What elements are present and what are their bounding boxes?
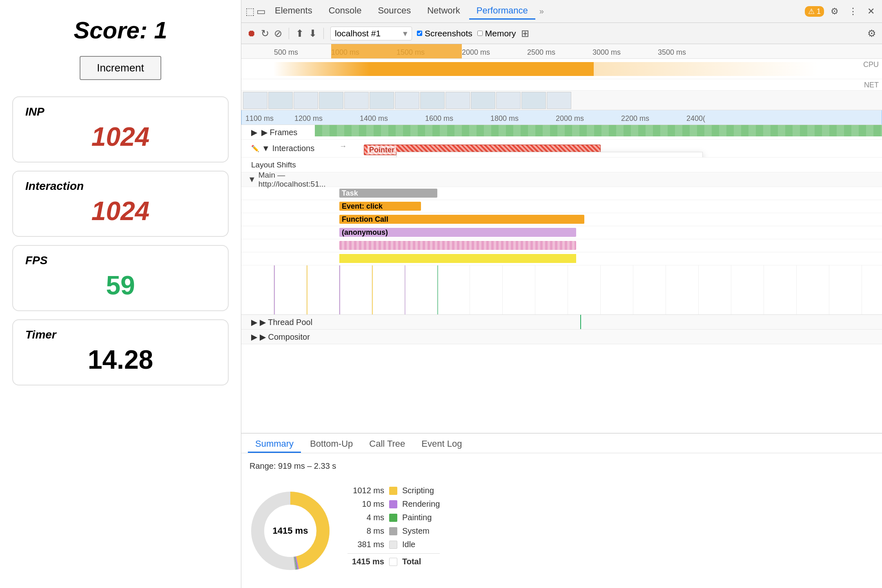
interaction-value: 1024: [91, 196, 149, 226]
memory-icon[interactable]: ⊞: [521, 28, 529, 39]
interaction-card: Interaction 1024: [12, 171, 229, 237]
vertical-lines-area: [241, 265, 882, 314]
screenshot-thumb[interactable]: [471, 92, 495, 109]
screenshot-thumb[interactable]: [420, 92, 445, 109]
interactions-track-content[interactable]: → Pointer 1.03 s Pointer Long interactio: [315, 140, 882, 157]
cpu-bar: [241, 62, 882, 76]
task-bar[interactable]: Task: [339, 189, 437, 198]
more-options-icon[interactable]: ⋮: [845, 4, 861, 18]
screenshot-thumb[interactable]: [547, 92, 571, 109]
legend-ms-idle: 381 ms: [347, 540, 384, 549]
track-area: ▶ ▶ Frames ✏️ ▼ Interactions →: [241, 125, 882, 433]
main-toggle-icon[interactable]: ▼: [248, 175, 256, 184]
anonymous-bar[interactable]: (anonymous): [339, 228, 576, 237]
url-bar[interactable]: localhost #1 ▾: [330, 27, 412, 40]
pointer-track-item: → Pointer: [339, 142, 348, 151]
pink-track-row: [241, 239, 882, 252]
thread-pool-toggle[interactable]: ▶: [251, 317, 257, 327]
legend-color-painting: [389, 514, 397, 522]
screenshot-thumb[interactable]: [344, 92, 369, 109]
summary-tab-summary[interactable]: Summary: [248, 436, 301, 453]
memory-checkbox[interactable]: [477, 31, 483, 36]
task-bar-label: Task: [342, 189, 358, 198]
t1100: 1100 ms: [245, 114, 274, 123]
main-header-label: ▼ Main — http://localhost:51...: [245, 171, 318, 189]
event-click-bar[interactable]: Event: click: [339, 202, 421, 211]
legend-color-idle: [389, 541, 397, 549]
net-row: NET: [241, 79, 882, 91]
record-icon[interactable]: ⏺: [247, 28, 256, 39]
screenshot-thumb[interactable]: [521, 92, 546, 109]
screenshot-thumb[interactable]: [319, 92, 343, 109]
frames-track-content: [315, 125, 882, 139]
close-icon[interactable]: ✕: [864, 4, 878, 18]
legend-name-total: Total: [402, 557, 421, 566]
legend-row-idle: 381 ms Idle: [347, 540, 440, 549]
tab-network[interactable]: Network: [420, 3, 468, 20]
legend-ms-scripting: 1012 ms: [347, 486, 384, 495]
inp-card: INP 1024: [12, 96, 229, 163]
frames-toggle-icon[interactable]: ▶: [251, 127, 257, 137]
t1200: 1200 ms: [294, 114, 323, 123]
reload-icon[interactable]: ↻: [261, 28, 269, 39]
t2000: 2000 ms: [556, 114, 584, 123]
layout-shifts-track-row: Layout Shifts: [241, 158, 882, 172]
main-thread-section: ▼ Main — http://localhost:51... Task: [241, 172, 882, 315]
interactions-toggle-icon[interactable]: ▼: [262, 144, 270, 153]
yellow-bar: [339, 254, 576, 263]
more-tabs-icon[interactable]: »: [537, 7, 546, 16]
screenshots-checkbox[interactable]: [417, 31, 422, 36]
legend-ms-painting: 4 ms: [347, 513, 384, 522]
inp-value: 1024: [91, 122, 149, 152]
settings-icon[interactable]: ⚙: [827, 4, 842, 18]
url-dropdown-icon[interactable]: ▾: [403, 29, 408, 38]
download-icon[interactable]: ⬇: [309, 28, 317, 39]
upload-icon[interactable]: ⬆: [296, 28, 304, 39]
top-time-ruler: 500 ms 1000 ms 1500 ms 2000 ms 2500 ms 3…: [241, 44, 882, 59]
pointer-bar-label: Pointer: [368, 146, 396, 154]
screenshot-thumb[interactable]: [395, 92, 419, 109]
event-click-bar-label: Event: click: [342, 202, 383, 211]
legend-row-scripting: 1012 ms Scripting: [347, 486, 440, 495]
function-call-bar[interactable]: Function Call: [339, 215, 584, 224]
interaction-label: Interaction: [25, 180, 84, 193]
device-icon[interactable]: ▭: [256, 6, 266, 17]
time-2000: 2000 ms: [462, 48, 490, 57]
screenshot-thumb[interactable]: [294, 92, 318, 109]
pointer-arrow-icon: →: [339, 142, 347, 151]
cpu-highlight: [331, 44, 462, 59]
green-vline: [437, 265, 438, 314]
function-call-track-row: Function Call: [241, 213, 882, 226]
tab-performance[interactable]: Performance: [469, 3, 535, 20]
clear-icon[interactable]: ⊘: [274, 28, 282, 39]
screenshot-thumb[interactable]: [496, 92, 521, 109]
fps-label: FPS: [25, 254, 47, 267]
legend-name-rendering: Rendering: [402, 499, 440, 509]
green-line-indicator: [580, 315, 581, 329]
select-icon[interactable]: ⬚: [245, 6, 255, 17]
summary-tab-bottomup[interactable]: Bottom-Up: [303, 436, 360, 453]
screenshot-thumb[interactable]: [370, 92, 394, 109]
tab-sources[interactable]: Sources: [370, 3, 418, 20]
settings-gear-icon[interactable]: ⚙: [867, 28, 876, 39]
tab-console[interactable]: Console: [321, 3, 369, 20]
thread-pool-label: ▶ ▶ Thread Pool: [241, 317, 315, 327]
compositor-toggle[interactable]: ▶: [251, 332, 257, 342]
thread-pool-content: [315, 315, 882, 329]
vline-2: [307, 265, 307, 314]
summary-tab-eventlog[interactable]: Event Log: [414, 436, 469, 453]
screenshots-checkbox-label[interactable]: Screenshots: [417, 29, 472, 38]
screenshot-thumb[interactable]: [243, 92, 267, 109]
screenshot-thumb[interactable]: [445, 92, 470, 109]
screenshot-thumb[interactable]: [268, 92, 293, 109]
summary-tab-calltree[interactable]: Call Tree: [362, 436, 412, 453]
compositor-label: ▶ ▶ Compositor: [241, 332, 315, 342]
tab-elements[interactable]: Elements: [267, 3, 320, 20]
secondary-time-ruler: 1100 ms 1200 ms 1400 ms 1600 ms 1800 ms …: [241, 110, 882, 125]
donut-label: 1415 ms: [273, 526, 308, 536]
increment-button[interactable]: Increment: [80, 56, 161, 80]
memory-checkbox-label[interactable]: Memory: [477, 29, 516, 38]
memory-label: Memory: [485, 29, 516, 38]
anonymous-bar-label: (anonymous): [342, 228, 388, 237]
t1800: 1800 ms: [490, 114, 519, 123]
